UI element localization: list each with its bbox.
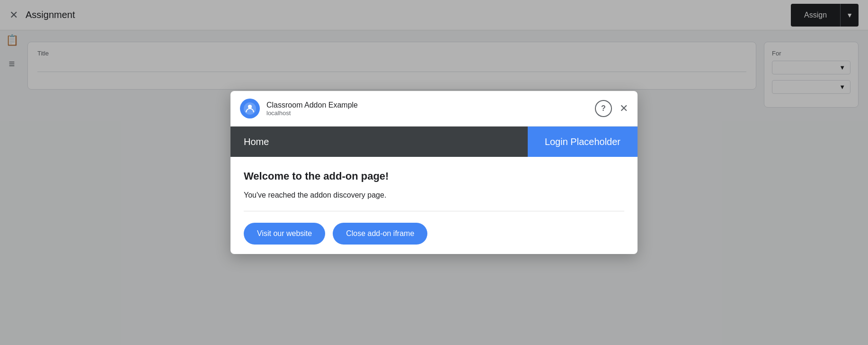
svg-point-1: [248, 105, 252, 109]
addon-modal: Classroom Addon Example localhost ? ✕ Ho…: [230, 91, 638, 254]
addon-url: localhost: [266, 109, 358, 117]
modal-nav: Home Login Placeholder: [230, 127, 638, 157]
addon-title: Classroom Addon Example: [266, 101, 358, 109]
close-addon-iframe-button[interactable]: Close add-on iframe: [333, 223, 427, 245]
addon-info: Classroom Addon Example localhost: [266, 101, 358, 117]
modal-close-button[interactable]: ✕: [620, 103, 628, 114]
modal-header-left: Classroom Addon Example localhost: [240, 99, 358, 118]
modal-divider: [244, 211, 624, 211]
modal-content: Welcome to the add-on page! You've reach…: [230, 157, 638, 254]
welcome-desc: You've reached the addon discovery page.: [244, 191, 624, 200]
welcome-title: Welcome to the add-on page!: [244, 170, 624, 182]
nav-home[interactable]: Home: [230, 127, 528, 157]
addon-logo-svg: [243, 102, 257, 115]
modal-header-right: ? ✕: [595, 100, 628, 117]
modal-overlay: Classroom Addon Example localhost ? ✕ Ho…: [0, 0, 868, 345]
modal-buttons: Visit our website Close add-on iframe: [244, 223, 624, 245]
visit-website-button[interactable]: Visit our website: [244, 223, 325, 245]
nav-login[interactable]: Login Placeholder: [528, 127, 638, 157]
modal-header: Classroom Addon Example localhost ? ✕: [230, 91, 638, 127]
addon-logo: [240, 99, 260, 118]
help-button[interactable]: ?: [595, 100, 612, 117]
